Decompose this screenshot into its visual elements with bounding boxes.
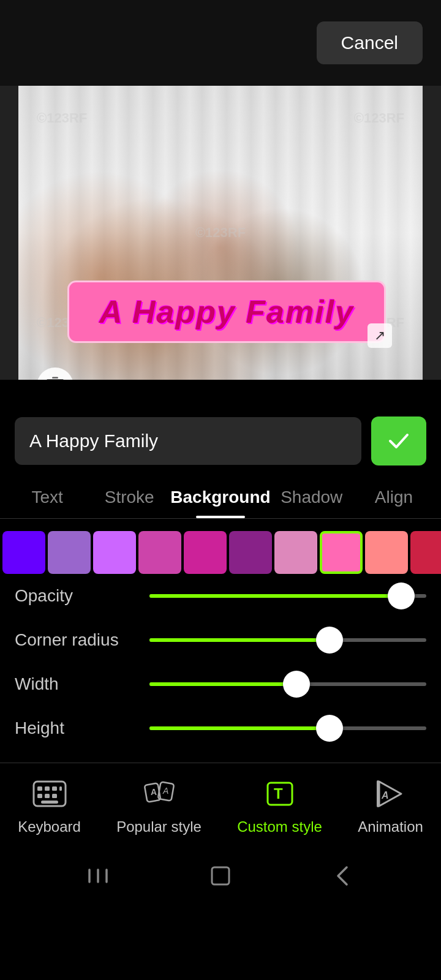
popular-style-icon: A A [141,775,178,812]
slider-fill-cornerRadius [149,638,330,642]
color-swatch-7[interactable] [320,531,363,574]
watermark-2: ©123RF [354,110,404,126]
svg-rect-12 [52,794,57,798]
photo-canvas: ©123RF ©123RF ©123RF ©123RF ©123RF A Hap… [18,86,423,380]
color-swatch-2[interactable] [93,531,136,574]
custom-style-icon: T [262,775,298,812]
svg-rect-6 [37,786,42,791]
color-swatch-0[interactable] [2,531,45,574]
svg-text:A: A [151,787,157,797]
image-area: ©123RF ©123RF ©123RF ©123RF ©123RF A Hap… [0,86,441,380]
slider-fill-opacity [149,594,401,598]
svg-rect-10 [37,794,42,798]
slider-label-height: Height [15,718,137,738]
svg-rect-7 [45,786,50,791]
color-swatch-3[interactable] [138,531,181,574]
slider-fill-height [149,726,330,730]
custom-style-label: Custom style [237,818,322,835]
color-palette [0,531,441,586]
back-icon [330,862,356,889]
slider-row-height: Height [15,718,426,738]
keyboard-label: Keyboard [18,818,81,835]
trash-icon [46,375,64,380]
color-swatch-4[interactable] [184,531,227,574]
menu-button[interactable] [85,862,111,889]
popular-style-label: Popular style [116,818,202,835]
bottom-toolbar: Keyboard A A Popular style T Custom styl… [0,763,441,845]
text-input[interactable] [15,417,361,465]
tab-bar: Text Stroke Background Shadow Align [0,478,441,519]
tab-stroke[interactable]: Stroke [88,478,170,518]
home-icon [207,862,234,889]
slider-track-height[interactable] [149,726,426,730]
slider-label-cornerRadius: Corner radius [15,630,137,650]
watermark-5: ©123RF [195,225,246,241]
color-swatch-6[interactable] [274,531,317,574]
slider-section: OpacityCorner radiusWidthHeight [0,586,441,738]
tab-background[interactable]: Background [170,478,270,518]
svg-text:A: A [381,790,389,801]
cancel-button[interactable]: Cancel [317,21,423,64]
toolbar-popular-style[interactable]: A A Popular style [116,775,202,835]
toolbar-keyboard[interactable]: Keyboard [18,775,81,835]
slider-row-cornerRadius: Corner radius [15,630,426,650]
slider-fill-width [149,682,296,686]
text-overlay-content: A Happy Family [99,294,354,330]
svg-rect-11 [45,794,50,798]
slider-track-opacity[interactable] [149,594,426,598]
tab-text[interactable]: Text [6,478,88,518]
toolbar-animation[interactable]: A Animation [358,775,423,835]
checkmark-icon [386,429,411,453]
svg-rect-26 [212,867,229,884]
tab-shadow[interactable]: Shadow [271,478,353,518]
slider-thumb-opacity[interactable] [388,582,415,609]
confirm-button[interactable] [371,417,426,466]
keyboard-icon [31,775,68,812]
animation-icon: A [372,775,409,812]
svg-text:A: A [162,786,168,796]
menu-icon [85,862,111,889]
resize-handle[interactable]: ↗ [368,323,392,348]
slider-track-width[interactable] [149,682,426,686]
watermark-1: ©123RF [37,110,87,126]
animation-label: Animation [358,818,423,835]
color-swatch-1[interactable] [48,531,91,574]
svg-text:T: T [274,785,283,802]
svg-rect-9 [59,786,62,791]
slider-label-opacity: Opacity [15,586,137,606]
navigation-bar [0,845,441,907]
slider-row-width: Width [15,674,426,694]
slider-thumb-height[interactable] [316,715,343,742]
slider-thumb-cornerRadius[interactable] [316,627,343,654]
top-bar: Cancel [0,0,441,86]
color-swatch-9[interactable] [410,531,441,574]
text-input-row [0,417,441,466]
toolbar-custom-style[interactable]: T Custom style [237,775,322,835]
color-swatch-8[interactable] [365,531,408,574]
home-button[interactable] [207,862,234,889]
color-swatch-5[interactable] [229,531,272,574]
slider-row-opacity: Opacity [15,586,426,606]
text-element[interactable]: A Happy Family [67,281,386,343]
slider-thumb-width[interactable] [283,671,310,698]
tab-align[interactable]: Align [353,478,435,518]
svg-rect-13 [41,801,58,804]
gap-area [0,380,441,417]
back-button[interactable] [330,862,356,889]
slider-label-width: Width [15,674,137,694]
slider-track-cornerRadius[interactable] [149,638,426,642]
svg-rect-8 [52,786,57,791]
